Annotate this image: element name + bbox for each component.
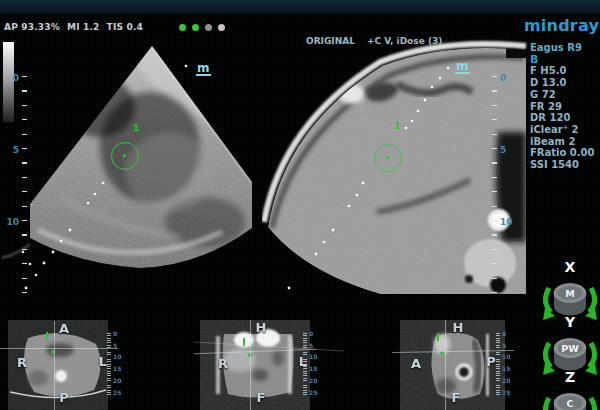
- axis-z-label: Z: [565, 370, 575, 384]
- orientation-posterior: P: [486, 355, 496, 368]
- orientation-right: R: [17, 356, 27, 369]
- ct-image-viewport[interactable]: 0 5 10 m 1: [262, 32, 528, 300]
- ruler-label: 15: [113, 365, 121, 372]
- thumb-ruler: 0 5 10 15 20 25: [107, 330, 123, 396]
- ruler-label: 5: [6, 145, 19, 155]
- rotate-left-arrow-icon: [545, 398, 551, 410]
- ruler-ticks: [492, 76, 497, 302]
- green-target-tick: [437, 333, 439, 341]
- ruler-label: 0: [6, 73, 19, 83]
- orientation-anterior: A: [411, 357, 421, 370]
- orientation-anterior: A: [59, 322, 69, 335]
- knob-key-c: C: [567, 398, 574, 409]
- ct-series-label: +C V, iDose (3): [367, 36, 442, 46]
- rotate-left-arrow-icon: [545, 343, 551, 367]
- ruler-label: 20: [502, 377, 510, 384]
- thermal-index-value: TIS 0.4: [107, 22, 143, 32]
- param-iclear: iClear⁺ 2: [530, 124, 595, 136]
- acoustic-output-status: AP 93.33% MI 1.2 TIS 0.4: [4, 22, 143, 32]
- ruler-ticks: [107, 333, 111, 395]
- axis-y-label: Y: [565, 315, 575, 329]
- knob-key-m: M: [565, 288, 574, 299]
- mechanical-index-value: MI 1.2: [67, 22, 100, 32]
- image-state-label: ORIGINAL: [306, 36, 355, 46]
- orientation-posterior: P: [59, 391, 69, 404]
- param-ibeam: iBeam 2: [530, 136, 595, 148]
- knob-key-pw: PW: [561, 343, 578, 354]
- ruler-label: 10: [309, 353, 317, 360]
- ruler-label: 10: [502, 353, 510, 360]
- ruler-label: 0: [502, 330, 506, 337]
- mpr-thumbnail-sagittal[interactable]: H A P F 0 5 10 15 20 25: [390, 315, 530, 410]
- thumb-ruler: 0 5 10 15 20 25: [303, 330, 319, 396]
- thumb-ruler: 0 5 10 15 20 25: [496, 330, 512, 396]
- ultrasound-sector-image: [0, 32, 260, 312]
- ultrasound-fan: [0, 32, 260, 312]
- ruler-label: 5: [309, 342, 313, 349]
- top-title-bar: [0, 0, 600, 14]
- param-gain: G 72: [530, 89, 595, 101]
- rotate-left-arrow-icon: [545, 288, 551, 312]
- status-dot-icon: [179, 24, 186, 31]
- orientation-foot: F: [257, 391, 266, 404]
- ct-depth-ruler: 0 5 10: [492, 73, 514, 305]
- rotate-right-arrow-icon: [589, 398, 595, 410]
- ruler-label: 15: [309, 365, 317, 372]
- imaging-mode: B: [530, 54, 595, 66]
- fusion-imaging-screen: AP 93.33% MI 1.2 TIS 0.4 ORIGINAL +C V, …: [0, 0, 600, 410]
- ruler-label: 10: [113, 353, 121, 360]
- crosshair-horizontal: [0, 348, 118, 349]
- status-dot-icon: [192, 24, 199, 31]
- param-dynamic-range: DR 120: [530, 112, 595, 124]
- ruler-label: 0: [113, 330, 117, 337]
- orientation-left: L: [99, 355, 107, 368]
- ruler-ticks: [303, 333, 307, 395]
- probe-orientation-marker: m: [455, 60, 470, 74]
- rotate-z-knob[interactable]: C: [538, 386, 600, 410]
- ultrasound-image-viewport[interactable]: 0 5 10 m 1: [0, 32, 260, 312]
- orientation-head: H: [453, 321, 464, 334]
- ruler-label: 0: [309, 330, 313, 337]
- ruler-label: 0: [500, 73, 506, 83]
- target-circle-marker: [374, 144, 402, 172]
- ruler-ticks: [496, 333, 500, 395]
- ruler-label: 10: [500, 217, 513, 227]
- param-depth: D 13.0: [530, 77, 595, 89]
- target-circle-marker: [111, 142, 139, 170]
- us-depth-ruler: 0 5 10: [6, 73, 28, 303]
- ruler-label: 15: [502, 365, 510, 372]
- acoustic-power-value: AP 93.33%: [4, 22, 60, 32]
- ruler-label: 5: [502, 342, 506, 349]
- target-number-label: 1: [394, 122, 400, 131]
- ruler-label: 10: [6, 217, 19, 227]
- probe-orientation-marker: m: [196, 62, 211, 76]
- param-frame-rate: FR 29: [530, 101, 595, 113]
- ruler-label: 25: [502, 389, 510, 396]
- crosshair-vertical: [250, 320, 251, 410]
- ct-dataset-label: ORIGINAL +C V, iDose (3): [306, 36, 442, 46]
- green-target-tick: [46, 332, 48, 340]
- ruler-label: 25: [309, 389, 317, 396]
- crosshair-vertical: [445, 320, 446, 410]
- orientation-head: H: [256, 321, 267, 334]
- mpr-thumbnail-axial[interactable]: A R L P 0 5 10 15 20 25: [0, 315, 190, 410]
- status-dot-icon: [205, 24, 212, 31]
- rotate-right-arrow-icon: [589, 343, 595, 367]
- imaging-parameter-sidebar: Eagus R9 B F H5.0 D 13.0 G 72 FR 29 DR 1…: [530, 42, 595, 171]
- transducer-name: Eagus R9: [530, 42, 595, 54]
- mindray-logo: mindray: [524, 16, 599, 35]
- param-ssi: SSI 1540: [530, 159, 595, 171]
- ruler-ticks: [22, 76, 27, 300]
- target-number-label: 1: [133, 124, 139, 133]
- status-dot-icon: [218, 24, 225, 31]
- param-fratio: FRatio 0.00: [530, 147, 595, 159]
- ruler-label: 25: [113, 389, 121, 396]
- axis-x-label: X: [565, 260, 576, 274]
- rotate-right-arrow-icon: [589, 288, 595, 312]
- mpr-thumbnail-coronal[interactable]: H R L F 0 5 10 15 20 25: [195, 315, 380, 410]
- ruler-label: 5: [500, 145, 506, 155]
- ruler-label: 20: [309, 377, 317, 384]
- ruler-label: 5: [113, 342, 117, 349]
- status-indicator-dots: [179, 24, 225, 31]
- orientation-right: R: [218, 357, 228, 370]
